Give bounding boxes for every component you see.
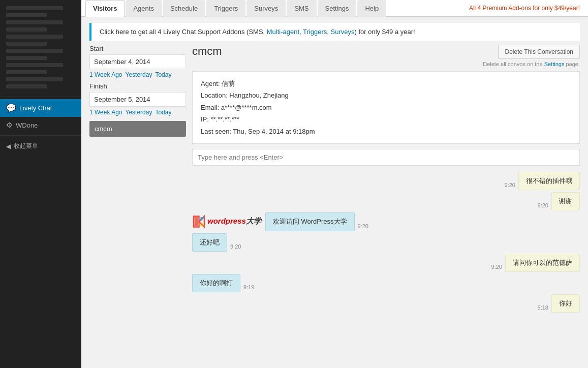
visitor-location: Location: Hangzhou, Zhejiang [201, 89, 571, 101]
left-panel: Start 1 Week Ago Yesterday Today Finish … [89, 45, 186, 362]
sidebar-item-wdone[interactable]: ⚙ WDone [0, 117, 81, 133]
delete-note: Delete all convos on the Settings page. [483, 61, 580, 67]
tab-settings[interactable]: Settings [318, 0, 357, 17]
sidebar-item-8 [6, 56, 47, 60]
message-time: 9:19 [243, 284, 254, 290]
message-row: 9:20 请问你可以的范德萨 [192, 254, 580, 272]
chat-area: Start 1 Week Ago Yesterday Today Finish … [89, 45, 580, 362]
right-panel: cmcm Delete This Conversation Delete all… [192, 45, 580, 362]
message-bubble: 谢谢 [551, 192, 580, 210]
message-bubble: 欢迎访问 WordPress大学 [265, 212, 355, 231]
finish-today[interactable]: Today [155, 109, 171, 116]
message-bubble: 你好 [551, 294, 580, 313]
sidebar: 💬 Lively Chat ⚙ WDone ◀ 收起菜单 [0, 0, 81, 368]
message-row: 9:20 很不错的插件哦 [192, 172, 580, 190]
chat-bubble-icon: 💬 [6, 103, 16, 113]
sidebar-wdone-label: WDone [16, 121, 38, 129]
sidebar-item-2 [6, 13, 47, 17]
sidebar-collapse[interactable]: ◀ 收起菜单 [0, 138, 81, 155]
message-time: 9:20 [505, 182, 515, 188]
sidebar-item-5 [6, 35, 63, 39]
message-row: wordpress大学 欢迎访问 WordPress大学 9:20 [192, 212, 580, 231]
promo-text-after: ) for only $49 a year! [354, 28, 415, 36]
sidebar-item-1 [6, 6, 63, 10]
convo-header: cmcm Delete This Conversation Delete all… [192, 45, 580, 67]
start-date-section: Start 1 Week Ago Yesterday Today [89, 45, 186, 78]
finish-date-input[interactable] [89, 92, 186, 107]
message-row: 还好吧 9:20 [192, 233, 580, 252]
finish-shortcuts: 1 Week Ago Yesterday Today [89, 109, 186, 116]
message-row: 9:18 你好 [192, 294, 580, 313]
tab-surveys[interactable]: Surveys [246, 0, 286, 17]
logo-text: wordpress大学 [207, 217, 261, 226]
message-bubble: 还好吧 [192, 233, 227, 252]
sidebar-item-6 [6, 42, 47, 46]
sidebar-item-lively-chat[interactable]: 💬 Lively Chat [0, 99, 81, 117]
finish-1week-ago[interactable]: 1 Week Ago [89, 109, 122, 116]
message-bubble: 很不错的插件哦 [518, 172, 580, 190]
visitor-email: Email: a****@****m.com [201, 102, 571, 113]
message-bubble: 你好的啊打 [192, 274, 240, 292]
message-row: 你好的啊打 9:19 [192, 274, 580, 292]
tab-triggers[interactable]: Triggers [206, 0, 245, 17]
tab-visitors[interactable]: Visitors [85, 0, 125, 17]
wp-logo-area: wordpress大学 [192, 214, 261, 229]
collapse-icon: ◀ [6, 143, 11, 150]
message-bubble: 请问你可以的范德萨 [505, 254, 580, 272]
visitor-last-seen: Last seen: Thu, Sep 4, 2014 at 9:18pm [201, 126, 571, 137]
tab-agents[interactable]: Agents [126, 0, 161, 17]
visitor-list: cmcm [89, 121, 186, 137]
visitor-item-cmcm[interactable]: cmcm [89, 121, 186, 137]
promo-link[interactable]: Multi-agent, Triggers, Surveys [267, 28, 355, 36]
message-time: 9:18 [538, 304, 548, 311]
sidebar-item-11 [6, 77, 63, 81]
wdone-icon: ⚙ [6, 121, 13, 129]
message-time: 9:20 [538, 202, 548, 208]
finish-date-section: Finish 1 Week Ago Yesterday Today [89, 82, 186, 116]
delete-section: Delete This Conversation Delete all conv… [483, 45, 580, 67]
promo-banner[interactable]: Click here to get all 4 Lively Chat Supp… [89, 23, 580, 41]
main-content: Visitors Agents Schedule Triggers Survey… [81, 0, 588, 368]
start-1week-ago[interactable]: 1 Week Ago [89, 71, 122, 78]
message-row: 9:20 谢谢 [192, 192, 580, 210]
sidebar-item-4 [6, 27, 47, 32]
start-date-input[interactable] [89, 54, 186, 69]
sidebar-divider-1 [0, 97, 81, 97]
message-time: 9:20 [491, 264, 502, 270]
promo-text-before: Click here to get all 4 Lively Chat Supp… [100, 28, 267, 36]
message-input[interactable] [192, 149, 580, 166]
finish-yesterday[interactable]: Yesterday [126, 109, 152, 116]
visitor-info-box: Agent: 信萌 Location: Hangzhou, Zhejiang E… [192, 71, 580, 144]
delete-conversation-button[interactable]: Delete This Conversation [498, 45, 580, 59]
message-time: 9:20 [230, 243, 241, 250]
start-yesterday[interactable]: Yesterday [126, 71, 152, 78]
visitor-ip: IP: **.**.**.*** [201, 113, 571, 125]
sidebar-item-7 [6, 49, 63, 53]
tab-help[interactable]: Help [357, 0, 386, 17]
collapse-label: 收起菜单 [14, 142, 38, 150]
message-time: 9:20 [358, 223, 368, 229]
wordpress-icon [192, 214, 207, 229]
tabs-bar: Visitors Agents Schedule Triggers Survey… [81, 0, 588, 17]
start-shortcuts: 1 Week Ago Yesterday Today [89, 71, 186, 78]
premium-link[interactable]: All 4 Premium Add-ons for only $49/year! [465, 3, 584, 14]
sidebar-item-3 [6, 20, 63, 24]
sidebar-lively-chat-label: Lively Chat [19, 104, 52, 112]
sidebar-item-9 [6, 63, 63, 67]
settings-link[interactable]: Settings [544, 61, 565, 67]
tab-schedule[interactable]: Schedule [163, 0, 205, 17]
visitor-agent: Agent: 信萌 [201, 78, 571, 89]
tab-sms[interactable]: SMS [287, 0, 316, 17]
convo-title: cmcm [192, 45, 222, 58]
start-label: Start [89, 45, 186, 52]
sidebar-nav-items [0, 0, 81, 95]
sidebar-item-10 [6, 70, 47, 74]
sidebar-divider-2 [0, 135, 81, 136]
svg-marker-2 [195, 217, 199, 226]
finish-label: Finish [89, 82, 186, 90]
sidebar-item-12 [6, 84, 47, 88]
start-today[interactable]: Today [155, 71, 171, 78]
messages-container: 9:20 很不错的插件哦 9:20 谢谢 [192, 172, 580, 362]
